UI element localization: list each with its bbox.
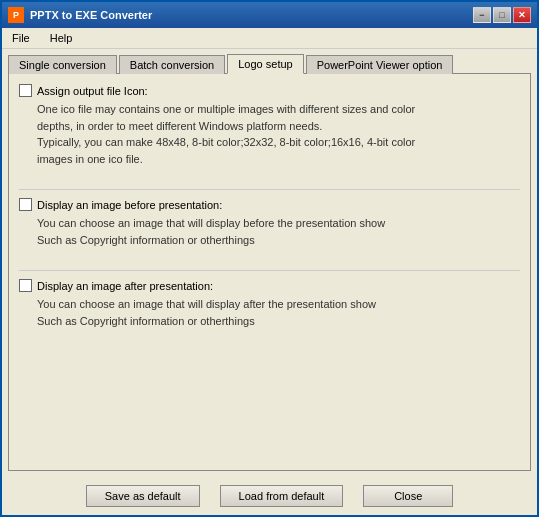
display-after-label: Display an image after presentation:	[37, 280, 213, 292]
section-assign-icon: Assign output file Icon: One ico file ma…	[19, 84, 520, 167]
close-button[interactable]: Close	[363, 485, 453, 507]
divider-1	[19, 189, 520, 190]
display-before-description: You can choose an image that will displa…	[37, 215, 520, 248]
checkbox-assign-icon[interactable]	[19, 84, 32, 97]
section-display-after: Display an image after presentation: You…	[19, 279, 520, 329]
assign-icon-description: One ico file may contains one or multipl…	[37, 101, 520, 167]
tab-logo-setup[interactable]: Logo setup	[227, 54, 303, 74]
tab-batch-conversion[interactable]: Batch conversion	[119, 55, 225, 74]
section-assign-icon-header: Assign output file Icon:	[19, 84, 520, 97]
display-after-description: You can choose an image that will displa…	[37, 296, 520, 329]
title-bar: P PPTX to EXE Converter − □ ✕	[2, 2, 537, 28]
tab-single-conversion[interactable]: Single conversion	[8, 55, 117, 74]
divider-2	[19, 270, 520, 271]
app-icon: P	[8, 7, 24, 23]
section-display-before-header: Display an image before presentation:	[19, 198, 520, 211]
close-title-button[interactable]: ✕	[513, 7, 531, 23]
section-display-before: Display an image before presentation: Yo…	[19, 198, 520, 248]
menu-file[interactable]: File	[6, 30, 36, 46]
load-default-button[interactable]: Load from default	[220, 485, 344, 507]
checkbox-display-after[interactable]	[19, 279, 32, 292]
tabs-row: Single conversion Batch conversion Logo …	[2, 49, 537, 73]
maximize-button[interactable]: □	[493, 7, 511, 23]
checkbox-display-before[interactable]	[19, 198, 32, 211]
footer-buttons: Save as default Load from default Close	[2, 477, 537, 515]
content-area: Assign output file Icon: One ico file ma…	[8, 73, 531, 471]
save-default-button[interactable]: Save as default	[86, 485, 200, 507]
menu-bar: File Help	[2, 28, 537, 49]
main-window: P PPTX to EXE Converter − □ ✕ File Help …	[0, 0, 539, 517]
window-title: PPTX to EXE Converter	[30, 9, 152, 21]
assign-icon-label: Assign output file Icon:	[37, 85, 148, 97]
title-bar-left: P PPTX to EXE Converter	[8, 7, 152, 23]
display-before-label: Display an image before presentation:	[37, 199, 222, 211]
section-display-after-header: Display an image after presentation:	[19, 279, 520, 292]
tab-ppviewer[interactable]: PowerPoint Viewer option	[306, 55, 454, 74]
title-buttons: − □ ✕	[473, 7, 531, 23]
minimize-button[interactable]: −	[473, 7, 491, 23]
menu-help[interactable]: Help	[44, 30, 79, 46]
